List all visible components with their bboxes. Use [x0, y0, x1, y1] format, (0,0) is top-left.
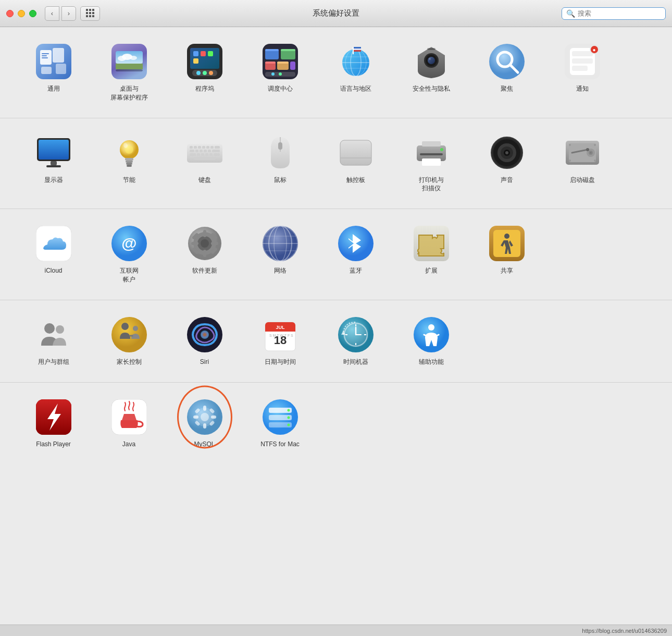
grid-view-button[interactable] [80, 6, 100, 21]
printer-label: 打印机与扫描仪 [419, 176, 444, 193]
svg-point-116 [590, 152, 591, 154]
pref-mouse[interactable]: 鼠标 [242, 129, 318, 199]
svg-rect-130 [203, 230, 206, 237]
svg-rect-36 [290, 62, 295, 70]
pref-flash[interactable]: Flash Player [16, 393, 91, 454]
pref-timemachine[interactable]: 时间机器 [318, 311, 393, 372]
svg-point-13 [130, 56, 137, 60]
statusbar: https://blog.csdn.net/u014636209 [0, 625, 672, 636]
svg-point-197 [287, 423, 290, 426]
pref-icloud[interactable]: iCloud [16, 219, 91, 289]
pref-dock[interactable]: 程序坞 [167, 38, 242, 107]
svg-point-190 [201, 413, 209, 421]
pref-startup[interactable]: 启动磁盘 [544, 129, 620, 199]
section-other-row: Flash Player [16, 393, 656, 454]
close-button[interactable] [6, 10, 14, 17]
svg-point-121 [569, 160, 571, 162]
pref-mission[interactable]: 调度中心 [242, 38, 318, 107]
pref-software[interactable]: 软件更新 [167, 219, 242, 289]
pref-sound[interactable]: 声音 [469, 129, 544, 199]
ntfs-icon [262, 398, 299, 436]
svg-point-151 [56, 325, 64, 334]
pref-bluetooth[interactable]: 蓝牙 [318, 219, 393, 289]
datetime-label: 日期与时间 [265, 358, 296, 366]
statusbar-url: https://blog.csdn.net/u014636209 [582, 628, 667, 634]
java-label: Java [122, 440, 135, 449]
pref-language[interactable]: 语言与地区 [318, 38, 393, 107]
pref-mysql[interactable]: MySQL [167, 393, 242, 454]
timemachine-label: 时间机器 [343, 358, 368, 366]
svg-rect-48 [354, 47, 361, 48]
svg-rect-93 [214, 153, 220, 156]
pref-network[interactable]: 网络 [242, 219, 318, 289]
pref-printer[interactable]: 打印机与扫描仪 [393, 129, 469, 199]
svg-rect-76 [194, 146, 197, 149]
pref-display[interactable]: 显示器 [16, 129, 91, 199]
general-label: 通用 [47, 84, 60, 93]
svg-point-21 [203, 71, 207, 75]
window-title: 系统偏好设置 [313, 8, 359, 18]
pref-datetime[interactable]: JUL 18 S M T W T F S 日期与时间 [242, 311, 318, 372]
mouse-label: 鼠标 [274, 176, 287, 185]
java-icon [110, 398, 148, 436]
svg-rect-46 [353, 47, 354, 54]
svg-rect-2 [42, 53, 49, 54]
svg-point-118 [586, 148, 589, 151]
pref-desktop[interactable]: 桌面与屏幕保护程序 [91, 38, 167, 107]
pref-extensions[interactable]: 扩展 [393, 219, 469, 289]
section-internet: iCloud @ [0, 209, 672, 300]
pref-security[interactable]: 安全性与隐私 [393, 38, 469, 107]
svg-text:JUL: JUL [276, 325, 285, 330]
pref-keyboard[interactable]: 键盘 [167, 129, 242, 199]
pref-ntfs[interactable]: NTFS for Mac [242, 393, 318, 454]
search-input[interactable] [578, 9, 661, 17]
back-button[interactable]: ‹ [45, 6, 59, 21]
pref-accessibility[interactable]: 辅助功能 [393, 311, 469, 372]
pref-spotlight[interactable]: 聚焦 [469, 38, 544, 107]
siri-icon [186, 316, 223, 353]
svg-rect-104 [420, 153, 443, 155]
maximize-button[interactable] [29, 10, 36, 17]
pref-java[interactable]: Java [91, 393, 167, 454]
svg-point-20 [196, 71, 201, 75]
minimize-button[interactable] [18, 10, 25, 17]
dock-icon [186, 43, 223, 80]
forward-button[interactable]: › [61, 6, 76, 21]
network-icon [262, 225, 299, 262]
bluetooth-label: 蓝牙 [350, 266, 362, 275]
svg-rect-102 [422, 158, 441, 166]
search-icon: 🔍 [566, 9, 575, 18]
printer-icon [413, 134, 450, 172]
svg-point-153 [121, 323, 129, 330]
grid-dots-icon [86, 9, 95, 18]
pref-siri[interactable]: Siri [167, 311, 242, 372]
svg-text:S M T W T F S: S M T W T F S [269, 334, 293, 337]
svg-rect-183 [203, 423, 206, 429]
svg-rect-6 [41, 67, 52, 74]
pref-internet[interactable]: @ 互联网帐户 [91, 219, 167, 289]
energy-icon [110, 134, 148, 172]
svg-point-196 [287, 416, 290, 419]
svg-rect-26 [193, 58, 198, 64]
pref-parental[interactable]: 家长控制 [91, 311, 167, 372]
svg-rect-24 [201, 51, 206, 56]
pref-users[interactable]: 用户与群组 [16, 311, 91, 372]
svg-rect-87 [212, 150, 220, 152]
svg-rect-79 [206, 146, 209, 149]
mission-label: 调度中心 [268, 84, 293, 93]
svg-rect-89 [197, 153, 200, 156]
svg-rect-86 [208, 150, 211, 152]
pref-notification[interactable]: ● 通知 [544, 38, 620, 107]
pref-sharing[interactable]: 共享 [469, 219, 544, 289]
svg-point-154 [133, 326, 138, 331]
svg-rect-5 [53, 48, 64, 63]
pref-trackpad[interactable]: 触控板 [318, 129, 393, 199]
pref-energy[interactable]: 节能 [91, 129, 167, 199]
svg-rect-78 [202, 146, 205, 149]
search-box[interactable]: 🔍 [562, 7, 666, 20]
svg-rect-101 [422, 141, 441, 146]
pref-general[interactable]: 通用 [16, 38, 91, 107]
language-icon [337, 43, 375, 80]
svg-rect-23 [193, 51, 198, 56]
datetime-icon: JUL 18 S M T W T F S [262, 316, 299, 353]
